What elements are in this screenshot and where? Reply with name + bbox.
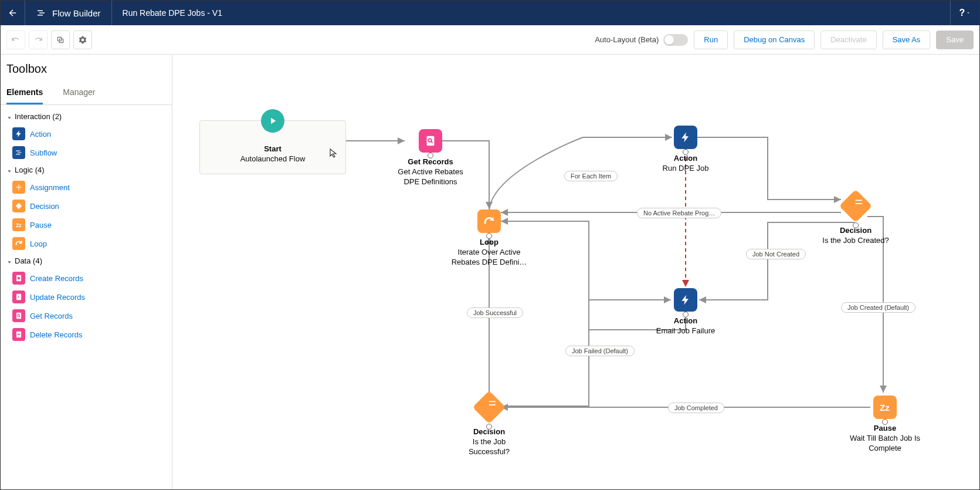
action-icon: [12, 127, 25, 140]
pill-for-each: For Each Item: [564, 171, 618, 181]
item-update-records[interactable]: Update Records: [1, 288, 172, 306]
section-interaction[interactable]: Interaction (2): [1, 109, 172, 124]
svg-text:Zz: Zz: [880, 403, 890, 413]
update-records-icon: [12, 290, 25, 303]
start-sub: Autolaunched Flow: [212, 154, 334, 164]
redo-icon: [33, 35, 43, 45]
help-button[interactable]: ?: [950, 1, 979, 25]
item-pause[interactable]: Zz Pause: [1, 215, 172, 234]
item-action[interactable]: Action: [1, 124, 172, 143]
svg-text:Zz: Zz: [16, 223, 21, 228]
subflow-icon: [12, 146, 25, 159]
action-icon: [674, 126, 697, 149]
app-name-text: Flow Builder: [52, 8, 101, 18]
action-icon: [674, 288, 697, 312]
deactivate-button: Deactivate: [820, 31, 876, 49]
loop-node[interactable]: Loop Iterate Over Active Rebates DPE Def…: [448, 209, 530, 268]
copy-button[interactable]: [51, 31, 70, 49]
run-button[interactable]: Run: [694, 31, 728, 49]
decision-job-successful-node[interactable]: Decision Is the Job Successful?: [451, 396, 527, 457]
item-delete-records[interactable]: Delete Records: [1, 325, 172, 344]
save-as-button[interactable]: Save As: [883, 31, 931, 49]
back-arrow-icon: [8, 8, 18, 18]
svg-rect-5: [18, 278, 21, 279]
item-create-records[interactable]: Create Records: [1, 269, 172, 288]
decision-icon: [473, 391, 506, 424]
chevron-down-icon: [966, 11, 971, 15]
redo-button[interactable]: [29, 31, 48, 49]
get-records-icon: [12, 309, 25, 322]
save-button[interactable]: Save: [936, 31, 974, 49]
decision-icon: [12, 200, 25, 212]
pill-job-successful: Job Successful: [467, 307, 523, 318]
section-logic[interactable]: Logic (4): [1, 162, 172, 178]
svg-rect-11: [18, 334, 21, 335]
item-subflow[interactable]: Subflow: [1, 143, 172, 162]
app-name-section: Flow Builder: [25, 1, 112, 25]
help-icon: ?: [959, 8, 965, 18]
create-records-icon: [12, 272, 25, 285]
decision-icon: [839, 190, 873, 223]
item-assignment[interactable]: Assignment: [1, 178, 172, 197]
item-loop[interactable]: Loop: [1, 234, 172, 253]
cursor-icon: [329, 148, 341, 160]
flow-builder-icon: [36, 8, 46, 18]
get-records-node[interactable]: Get Records Get Active Rebates DPE Defin…: [389, 129, 472, 187]
loop-icon: [12, 237, 25, 250]
flow-name-text: Run Rebate DPE Jobs - V1: [112, 1, 233, 25]
undo-button[interactable]: [6, 31, 25, 49]
decision-job-created-node[interactable]: Decision Is the Job Created?: [818, 194, 894, 246]
tab-manager[interactable]: Manager: [63, 82, 95, 104]
delete-records-icon: [12, 328, 25, 341]
pill-job-not-created: Job Not Created: [746, 249, 806, 259]
auto-layout-toggle[interactable]: [663, 34, 688, 46]
pause-icon: Zz: [873, 396, 897, 419]
chevron-down-icon: [6, 114, 12, 120]
tab-elements[interactable]: Elements: [6, 82, 43, 104]
settings-button[interactable]: [73, 31, 92, 49]
toolbar: Auto-Layout (Beta) Run Debug on Canvas D…: [1, 25, 979, 55]
debug-button[interactable]: Debug on Canvas: [734, 31, 815, 49]
toolbox-tabs: Elements Manager: [1, 82, 172, 105]
section-data[interactable]: Data (4): [1, 253, 172, 269]
assignment-icon: [12, 181, 25, 194]
toolbox-sidebar: Toolbox Elements Manager Interaction (2)…: [1, 55, 172, 489]
undo-icon: [11, 35, 21, 45]
auto-layout-toggle-group: Auto-Layout (Beta): [595, 34, 688, 46]
pause-icon: Zz: [12, 218, 25, 231]
svg-rect-12: [427, 136, 435, 146]
chevron-down-icon: [6, 167, 12, 173]
pill-no-active: No Active Rebate Prog…: [637, 208, 721, 218]
pause-node[interactable]: Zz Pause Wait Till Batch Job Is Complete: [841, 396, 929, 454]
action-email-failure-node[interactable]: Action Email Job Failure: [645, 288, 727, 336]
get-records-icon: [419, 129, 442, 153]
pill-job-failed: Job Failed (Default): [565, 346, 635, 356]
app-header: Flow Builder Run Rebate DPE Jobs - V1 ?: [1, 1, 979, 25]
chevron-down-icon: [6, 258, 12, 264]
item-decision[interactable]: Decision: [1, 197, 172, 215]
toolbox-tree: Interaction (2) Action Subflow Logic (4)…: [1, 105, 172, 347]
copy-icon: [56, 36, 65, 44]
start-node[interactable]: Start Autolaunched Flow: [199, 120, 346, 174]
action-run-dpe-node[interactable]: Action Run DPE Job: [650, 126, 721, 174]
pill-job-completed: Job Completed: [668, 403, 724, 413]
item-get-records[interactable]: Get Records: [1, 306, 172, 325]
pill-job-created: Job Created (Default): [841, 302, 915, 313]
back-button[interactable]: [1, 1, 25, 25]
gear-icon: [79, 36, 87, 44]
loop-icon: [477, 209, 501, 233]
start-icon: [261, 109, 284, 133]
flow-canvas[interactable]: Start Autolaunched Flow Get Records Get …: [172, 55, 979, 489]
svg-rect-7: [16, 313, 21, 319]
auto-layout-label: Auto-Layout (Beta): [595, 35, 659, 44]
start-title: Start: [212, 144, 334, 154]
toolbox-title: Toolbox: [1, 55, 172, 82]
